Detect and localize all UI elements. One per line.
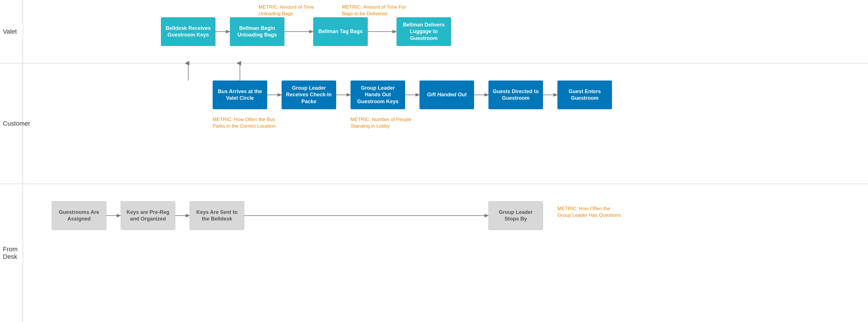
swimlane-valet: Valet METRIC: Amount of Time Unloading B…	[0, 0, 868, 63]
metric-lobby-standing: METRIC: Number of People Standing in Lob…	[350, 116, 411, 130]
box-guestrooms-assigned[interactable]: Guestrooms Are Assigned	[52, 201, 106, 230]
swimlane-content-customer: METRIC: How Often the Bus Parks in the C…	[23, 63, 868, 184]
box-keys-sent[interactable]: Keys Are Sent to the Belldesk	[190, 201, 244, 230]
box-group-leader-receives[interactable]: Group Leader Receives Check-In Packe	[282, 81, 336, 109]
process-diagram: Valet METRIC: Amount of Time Unloading B…	[0, 0, 868, 322]
swimlane-content-frontdesk: METRIC: How Often the Group Leader Has Q…	[23, 184, 868, 322]
metric-deliver-time: METRIC: Amount of Time For Bags to be De…	[342, 4, 406, 17]
box-group-leader-keys[interactable]: Group Leader Hands Out Guestroom Keys	[350, 81, 405, 109]
box-gift-handed[interactable]: Gift Handed Out	[420, 81, 474, 109]
metric-leader-questions: METRIC: How Often the Group Leader Has Q…	[557, 206, 621, 219]
swimlane-customer: Customer	[0, 63, 868, 184]
box-belldesk-receives[interactable]: Belldesk Receives Guestroom Keys	[161, 17, 216, 46]
box-bellman-tag[interactable]: Bellman Tag Bags	[313, 17, 368, 46]
box-group-leader-stops[interactable]: Group Leader Stops By	[489, 201, 543, 230]
box-guest-enters[interactable]: Guest Enters Guestroom	[557, 81, 612, 109]
box-bellman-unload[interactable]: Bellman Begin Unloading Bags	[230, 17, 284, 46]
metric-unload-time: METRIC: Amount of Time Unloading Bags	[258, 4, 314, 17]
box-bus-arrives[interactable]: Bus Arrives at the Valet Circle	[213, 81, 267, 109]
metric-bus-parks: METRIC: How Often the Bus Parks in the C…	[213, 116, 276, 130]
swimlane-frontdesk: From Desk METRIC: How Often the Group Le…	[0, 184, 868, 322]
box-bellman-delivers[interactable]: Bellman Delivers Luggage to Guestroom	[397, 17, 451, 46]
swimlane-content-valet: METRIC: Amount of Time Unloading Bags ME…	[23, 0, 868, 63]
swimlane-label-frontdesk: From Desk	[0, 184, 23, 322]
box-keys-prereg[interactable]: Keys are Pre-Reg and Organized	[121, 201, 175, 230]
swimlane-label-customer: Customer	[0, 63, 23, 184]
box-guests-directed[interactable]: Guests Directed to Guestroom	[489, 81, 543, 109]
swimlane-label-valet: Valet	[0, 0, 23, 63]
